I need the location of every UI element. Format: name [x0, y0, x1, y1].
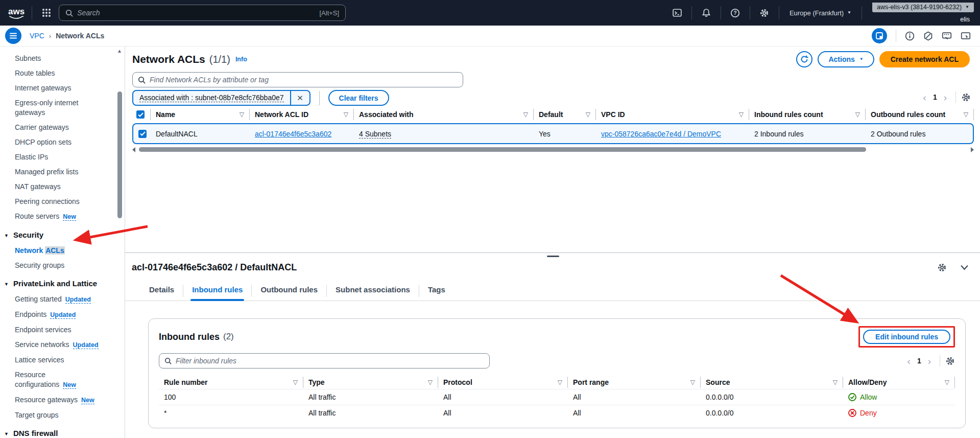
new-badge[interactable]: New	[63, 213, 76, 221]
panel-collapse-chevron-icon[interactable]	[960, 263, 969, 272]
region-selector[interactable]: Europe (Frankfurt) ▼	[786, 9, 854, 17]
hexagon-status-icon[interactable]	[923, 31, 933, 41]
filter-inbound-rules-search[interactable]	[159, 353, 490, 368]
column-filter-icon[interactable]: ▽	[523, 111, 528, 118]
pagination-divider	[940, 355, 940, 366]
filter-token-dismiss-button[interactable]: ✕	[290, 91, 309, 105]
sidebar-section-security[interactable]: ▼Security	[4, 230, 125, 239]
sidebar-item-route-servers[interactable]: Route serversNew	[15, 212, 103, 222]
vpc-id-link[interactable]: vpc-058726ca6ac0e7e4d / DemoVPC	[601, 130, 721, 138]
services-grid-icon[interactable]	[39, 6, 54, 20]
actions-button[interactable]: Actions ▼	[818, 51, 874, 67]
row-checkbox[interactable]	[138, 130, 147, 138]
info-link[interactable]: Info	[235, 56, 247, 63]
select-all-checkbox[interactable]	[136, 110, 145, 119]
guided-tour-icon[interactable]	[942, 31, 952, 41]
sidebar-item-elastic-ips[interactable]: Elastic IPs	[15, 152, 103, 162]
sidebar-item-peering-connections[interactable]: Peering connections	[15, 197, 103, 206]
clear-filters-button[interactable]: Clear filters	[328, 90, 389, 106]
cloudshell-icon[interactable]	[670, 6, 684, 20]
column-filter-icon[interactable]: ▽	[558, 379, 562, 386]
sidebar-item-security-groups[interactable]: Security groups	[15, 261, 103, 270]
acl-id-link[interactable]: acl-01746e4f6e5c3a602	[255, 130, 331, 138]
help-icon[interactable]: ?	[728, 6, 743, 20]
sidebar-item-carrier-gateways[interactable]: Carrier gateways	[15, 123, 103, 132]
sidebar-item-subnets[interactable]: Subnets	[15, 54, 103, 63]
tab-details[interactable]: Details	[148, 285, 176, 301]
aws-logo[interactable]: aws	[8, 7, 25, 19]
previous-page-icon[interactable]: ‹	[920, 93, 930, 102]
column-filter-icon[interactable]: ▽	[964, 111, 968, 118]
sidebar-item-route-tables[interactable]: Route tables	[15, 68, 103, 78]
account-menu[interactable]: aws-elis-v3 (3814-9190-6232) ▼	[872, 3, 974, 12]
column-filter-icon[interactable]: ▽	[428, 379, 433, 386]
settings-gear-icon[interactable]	[757, 6, 772, 20]
new-badge[interactable]: New	[81, 397, 94, 404]
sidebar-section-dns-firewall[interactable]: ▼DNS firewall	[4, 429, 125, 437]
current-page-number[interactable]: 1	[930, 93, 940, 101]
find-network-acls-search[interactable]	[132, 72, 463, 87]
scroll-left-icon[interactable]	[132, 147, 135, 152]
column-filter-icon[interactable]: ▽	[586, 111, 590, 118]
breadcrumb-vpc-link[interactable]: VPC	[30, 32, 44, 40]
sidebar-item-lattice-services[interactable]: Lattice services	[15, 355, 103, 365]
tab-tags[interactable]: Tags	[426, 285, 447, 301]
find-network-acls-input[interactable]	[150, 76, 458, 84]
tab-subnet-associations[interactable]: Subnet associations	[334, 285, 412, 301]
refresh-button[interactable]	[796, 51, 812, 67]
column-filter-icon[interactable]: ▽	[945, 379, 949, 386]
filter-inbound-rules-input[interactable]	[176, 357, 484, 365]
sidebar-scroll-up-icon[interactable]: ▲	[117, 48, 122, 54]
updated-badge[interactable]: Updated	[50, 311, 76, 319]
sidebar-item-dhcp-option-sets[interactable]: DHCP option sets	[15, 137, 103, 147]
panel-preferences-gear-icon[interactable]	[937, 263, 947, 272]
sidebar-item-endpoint-services[interactable]: Endpoint services	[15, 325, 103, 335]
topnav-search[interactable]: [Alt+S]	[59, 5, 346, 21]
filter-token-label[interactable]: Associated with : subnet-08b7e8cfc76bba0…	[133, 91, 290, 105]
info-icon[interactable]	[905, 31, 915, 41]
column-filter-icon[interactable]: ▽	[293, 379, 298, 386]
sidebar-item-egress-only-internet-gateways[interactable]: Egress-only internet gateways	[15, 98, 103, 118]
side-nav-toggle[interactable]	[5, 28, 21, 44]
screen-share-icon[interactable]	[961, 31, 971, 41]
rules-table-preferences-gear-icon[interactable]	[945, 356, 955, 366]
scroll-right-icon[interactable]	[971, 147, 974, 152]
next-page-icon[interactable]: ›	[940, 93, 950, 102]
sidebar-item-nat-gateways[interactable]: NAT gateways	[15, 182, 103, 192]
column-filter-icon[interactable]: ▽	[240, 111, 244, 118]
notifications-bell-icon[interactable]	[699, 6, 713, 20]
split-panel-drag-handle[interactable]	[547, 256, 559, 257]
sidebar-item-target-groups[interactable]: Target groups	[15, 410, 103, 420]
column-filter-icon[interactable]: ▽	[855, 111, 860, 118]
edit-inbound-rules-button[interactable]: Edit inbound rules	[863, 330, 950, 344]
split-panel-icon[interactable]	[872, 28, 887, 43]
sidebar-item-resource-configurations[interactable]: Resource configurationsNew	[15, 370, 75, 390]
column-filter-icon[interactable]: ▽	[344, 111, 348, 118]
previous-page-icon[interactable]: ‹	[904, 356, 914, 366]
column-filter-icon[interactable]: ▽	[739, 111, 744, 118]
sidebar-section-privatelink[interactable]: ▼PrivateLink and Lattice	[4, 279, 125, 288]
sidebar-scrollbar[interactable]	[117, 91, 122, 218]
tab-outbound-rules[interactable]: Outbound rules	[259, 285, 319, 301]
sidebar-item-service-networks[interactable]: Service networksUpdated	[15, 340, 103, 350]
table-row[interactable]: DefaultNACL acl-01746e4f6e5c3a602 4 Subn…	[132, 123, 974, 144]
sidebar-item-getting-started[interactable]: Getting startedUpdated	[15, 294, 103, 305]
sidebar-item-endpoints[interactable]: EndpointsUpdated	[15, 310, 103, 320]
updated-badge[interactable]: Updated	[65, 296, 91, 304]
subnets-popover-link[interactable]: 4 Subnets	[359, 130, 391, 139]
new-badge[interactable]: New	[63, 381, 76, 389]
sidebar-item-resource-gateways[interactable]: Resource gatewaysNew	[15, 395, 103, 405]
updated-badge[interactable]: Updated	[73, 341, 99, 349]
create-network-acl-button[interactable]: Create network ACL	[879, 51, 970, 67]
column-filter-icon[interactable]: ▽	[833, 379, 838, 386]
sidebar-item-network-acls[interactable]: Network ACLs	[15, 246, 103, 256]
table-preferences-gear-icon[interactable]	[961, 93, 971, 102]
next-page-icon[interactable]: ›	[924, 356, 935, 366]
column-filter-icon[interactable]: ▽	[690, 379, 695, 386]
sidebar-item-internet-gateways[interactable]: Internet gateways	[15, 83, 103, 93]
current-page-number[interactable]: 1	[914, 357, 924, 365]
sidebar-item-managed-prefix-lists[interactable]: Managed prefix lists	[15, 167, 103, 177]
horizontal-scrollbar-thumb[interactable]	[139, 147, 866, 152]
tab-inbound-rules[interactable]: Inbound rules	[190, 285, 244, 301]
topnav-search-input[interactable]	[77, 9, 315, 17]
